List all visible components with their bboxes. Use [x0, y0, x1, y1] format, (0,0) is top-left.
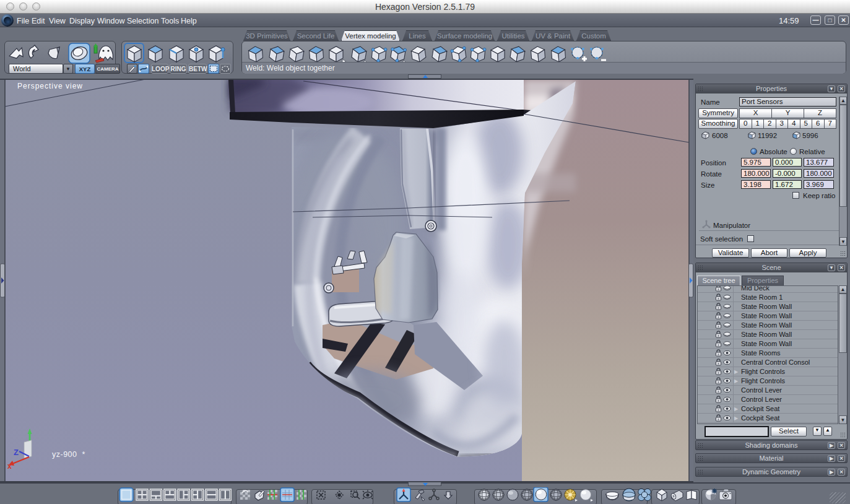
svg-text:x: x — [7, 462, 12, 471]
svg-text:Z: Z — [14, 448, 19, 457]
